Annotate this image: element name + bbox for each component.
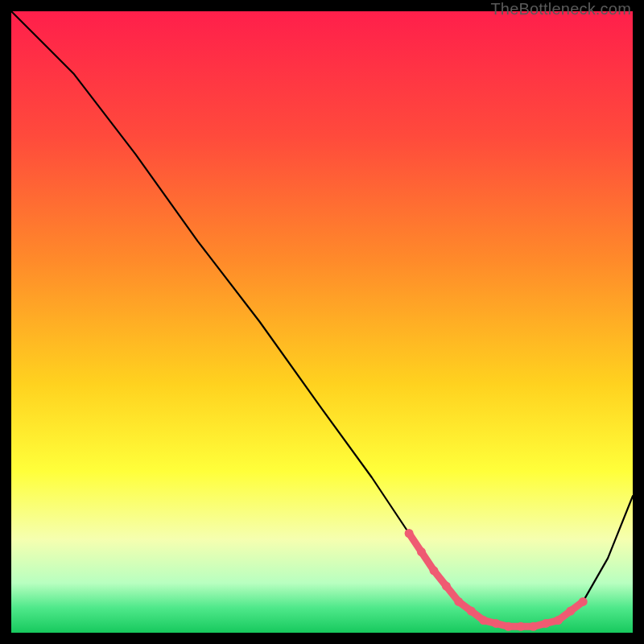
optimal-marker-dot bbox=[566, 607, 575, 616]
gradient-background bbox=[11, 11, 633, 633]
optimal-marker-dot bbox=[417, 547, 426, 556]
chart-frame bbox=[11, 11, 633, 633]
optimal-marker-dot bbox=[405, 529, 414, 538]
optimal-marker-dot bbox=[541, 619, 550, 628]
optimal-marker-dot bbox=[554, 616, 563, 625]
optimal-marker-dot bbox=[529, 622, 538, 631]
optimal-marker-dot bbox=[442, 582, 451, 591]
optimal-marker-dot bbox=[430, 566, 439, 575]
bottleneck-chart bbox=[11, 11, 633, 633]
watermark-text: TheBottleneck.com bbox=[490, 0, 631, 19]
optimal-marker-dot bbox=[504, 622, 513, 631]
optimal-marker-dot bbox=[454, 597, 463, 606]
optimal-marker-dot bbox=[492, 619, 501, 628]
optimal-marker-dot bbox=[479, 616, 488, 625]
optimal-marker-dot bbox=[579, 597, 588, 606]
optimal-marker-dot bbox=[517, 622, 526, 631]
optimal-marker-dot bbox=[467, 607, 476, 616]
